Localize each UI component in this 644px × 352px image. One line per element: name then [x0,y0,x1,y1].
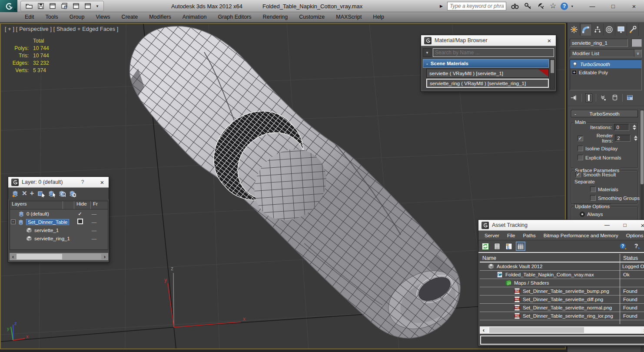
always-radio[interactable] [580,212,585,217]
filter-dropdown-icon[interactable]: ▼ [423,48,432,57]
explicit-normals-checkbox[interactable] [578,155,583,160]
smoothing-groups-checkbox[interactable] [590,195,596,201]
modifier-list-dropdown[interactable]: Modifier List ∨ [570,49,642,57]
tab-modify[interactable] [580,23,592,36]
scroll-left-icon[interactable]: ‹ [480,327,488,333]
maximize-button[interactable]: □ [609,3,617,10]
material-search-input[interactable] [433,48,554,57]
close-button[interactable]: × [630,3,638,10]
open-file-icon[interactable] [25,2,33,10]
help-dropdown-icon[interactable]: ▼ [571,5,574,8]
close-icon[interactable]: × [546,37,553,44]
add-to-layer-icon[interactable]: + [30,189,34,198]
delete-layer-icon[interactable]: ✕ [22,189,27,197]
layer-row-serviette-1[interactable]: serviette_1 — [10,226,108,234]
menu-maxscript[interactable]: MAXScript [330,12,367,22]
create-new-layer-icon[interactable] [11,189,19,197]
maximize-icon[interactable]: □ [621,222,628,228]
tab-create[interactable] [568,23,580,36]
close-icon[interactable]: × [99,179,106,186]
minimize-icon[interactable]: — [604,222,611,228]
set-current-layer-icon[interactable] [47,189,55,197]
material-browser-title-bar[interactable]: Material/Map Browser × [421,35,556,46]
menu-customize[interactable]: Customize [293,12,330,22]
scroll-right-icon[interactable]: › [641,327,644,333]
column-layers[interactable]: Layers [10,201,63,209]
layer-properties-icon[interactable] [68,189,76,197]
column-name[interactable]: Name [480,254,620,262]
undo-icon[interactable] [49,2,56,10]
smooth-result-checkbox[interactable]: ✓ [575,172,581,177]
search-flyout-icon[interactable]: ▶ [440,4,443,8]
close-icon[interactable]: × [639,222,644,229]
show-end-result-button[interactable] [585,93,592,102]
lightbulb-icon[interactable] [572,61,578,67]
turbosmooth-rollout-header[interactable]: - TurboSmooth [571,110,638,117]
application-menu-button[interactable]: ▼ [0,0,17,12]
hide-toggle[interactable]: — [86,219,102,225]
column-freeze[interactable]: Fr [91,201,108,209]
iterations-value[interactable]: 0 [614,124,629,131]
material-item-serviette[interactable]: serviette ( VRayMtl ) [serviette_1] [426,69,549,78]
scene-materials-group-header[interactable]: - Scene Materials [423,59,549,68]
chevron-down-icon[interactable]: ∨ [634,50,641,57]
menu-rendering[interactable]: Rendering [257,12,294,22]
subscription-key-icon[interactable] [524,2,532,10]
object-color-swatch[interactable] [631,39,642,47]
modifier-stack-item-turbosmooth[interactable]: TurboSmooth [570,60,641,68]
menu-options[interactable]: Options [623,233,644,238]
menu-modifiers[interactable]: Modifiers [143,12,177,22]
collapse-minus-icon[interactable]: − [11,219,16,224]
viewport-label[interactable]: [ + ] [ Perspective ] [ Shaded + Edged F… [5,26,118,32]
menu-views[interactable]: Views [90,12,116,22]
new-scene-icon[interactable] [84,2,92,10]
hide-toggle[interactable]: — [86,228,102,233]
transform-gizmo[interactable]: z y x [164,266,246,327]
hide-toggle[interactable]: — [86,211,102,216]
layer-row-set-dinner-table[interactable]: − Set_Dinner_Table — [10,218,108,226]
tab-motion[interactable] [604,23,615,36]
menu-bitmap-performance[interactable]: Bitmap Performance and Memory [540,233,622,238]
highlight-layer-icon[interactable] [58,189,66,197]
expand-plus-icon[interactable]: + [572,70,577,75]
favorites-star-icon[interactable]: ☆ [550,2,556,10]
select-objects-in-layer-icon[interactable] [37,189,45,197]
isoline-display-checkbox[interactable] [578,146,583,151]
search-input[interactable] [447,2,506,10]
help-icon[interactable]: ? [561,3,568,10]
menu-file[interactable]: File [504,233,519,238]
redo-icon[interactable] [60,2,68,10]
layer-horizontal-scrollbar[interactable]: ‹ › [10,253,108,260]
hide-toggle[interactable]: — [86,236,102,241]
menu-help[interactable]: Help [367,12,390,22]
project-folder-icon[interactable] [72,2,80,10]
scroll-right-icon[interactable]: › [101,253,108,260]
render-iters-spinner[interactable] [633,136,638,141]
layer-dialog-title-bar[interactable]: Layer: 0 (default) ? × [8,177,109,188]
menu-graph-editors[interactable]: Graph Editors [212,12,257,22]
tab-hierarchy[interactable] [592,23,604,36]
save-file-icon[interactable] [37,2,45,10]
column-hide[interactable]: Hide [74,201,91,209]
materials-checkbox[interactable] [590,186,596,192]
qat-customize-dropdown-icon[interactable]: ▼ [96,4,99,8]
asset-tracking-title-bar[interactable]: Asset Tracking — □ × [478,220,644,231]
rollout-collapse-icon[interactable]: - [571,111,579,116]
menu-group[interactable]: Group [64,12,90,22]
layer-row-default[interactable]: 0 (default) ✓ — [10,209,108,218]
current-layer-check-icon[interactable]: ✓ [74,211,86,217]
collapse-icon[interactable]: - [426,61,428,66]
render-iters-checkbox[interactable]: ✓ [578,136,583,141]
tab-utilities[interactable] [627,23,639,36]
context-help-icon[interactable] [633,242,641,252]
tab-display[interactable] [615,23,627,36]
material-item-serviette-ring[interactable]: serviette_ring ( VRayMtl ) [serviette_ri… [426,79,549,88]
menu-animation[interactable]: Animation [177,12,212,22]
configure-modifier-sets-icon[interactable] [626,94,634,102]
refresh-icon[interactable] [481,242,490,251]
layer-row-serviette-ring-1[interactable]: serviette_ring_1 — [10,234,108,242]
scroll-left-icon[interactable]: ‹ [10,253,17,260]
menu-edit[interactable]: Edit [19,12,40,22]
render-iters-value[interactable]: 2 [615,135,631,142]
help-globe-icon[interactable] [619,242,627,252]
